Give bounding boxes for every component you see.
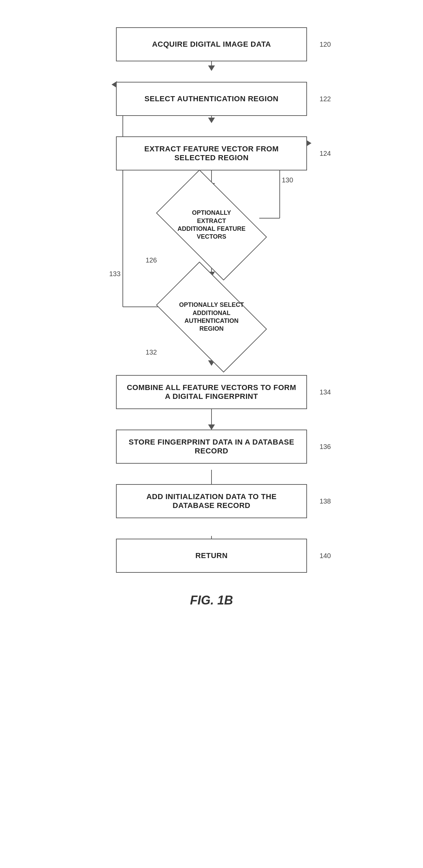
step-122-row: SELECT AUTHENTICATION REGION 122 xyxy=(116,82,307,116)
diamond-126-row: OPTIONALLY EXTRACT ADDITIONAL FEATURE VE… xyxy=(154,191,269,259)
step-122-label: SELECT AUTHENTICATION REGION xyxy=(145,94,279,103)
step-124-number: 124 xyxy=(320,150,331,158)
diamond-132-row: OPTIONALLY SELECT ADDITIONAL AUTHENTICAT… xyxy=(154,283,269,351)
svg-text:130: 130 xyxy=(282,176,293,184)
step-140-row: RETURN 140 xyxy=(116,539,307,573)
diamond-132-wrapper: OPTIONALLY SELECT ADDITIONAL AUTHENTICAT… xyxy=(154,283,269,351)
svg-marker-3 xyxy=(208,118,215,123)
step-126-number: 126 xyxy=(146,256,157,264)
step-132-number: 132 xyxy=(146,348,157,356)
step-122-number: 122 xyxy=(320,95,331,103)
svg-marker-1 xyxy=(208,65,215,71)
diamond-132-label: OPTIONALLY SELECT ADDITIONAL AUTHENTICAT… xyxy=(177,301,246,333)
figure-label: FIG. 1B xyxy=(190,593,233,608)
step-122-box: SELECT AUTHENTICATION REGION xyxy=(116,82,307,116)
diagram-container: 130 133 ACQUIRE DIGITAL IMAGE DATA 120 S… xyxy=(0,0,423,868)
step-140-number: 140 xyxy=(320,552,331,560)
step-120-label: ACQUIRE DIGITAL IMAGE DATA xyxy=(152,40,271,49)
step-136-label: STORE FINGERPRINT DATA IN A DATABASE REC… xyxy=(125,438,298,455)
step-136-number: 136 xyxy=(320,443,331,451)
diamond-126-wrapper: OPTIONALLY EXTRACT ADDITIONAL FEATURE VE… xyxy=(154,191,269,259)
step-120-row: ACQUIRE DIGITAL IMAGE DATA 120 xyxy=(116,27,307,61)
step-124-label: EXTRACT FEATURE VECTOR FROM SELECTED REG… xyxy=(125,145,298,162)
step-120-box: ACQUIRE DIGITAL IMAGE DATA xyxy=(116,27,307,61)
step-140-label: RETURN xyxy=(195,551,228,560)
step-134-number: 134 xyxy=(320,388,331,396)
step-120-number: 120 xyxy=(320,41,331,48)
step-140-box: RETURN xyxy=(116,539,307,573)
step-134-label: COMBINE ALL FEATURE VECTORS TO FORM A DI… xyxy=(125,383,298,401)
step-136-box: STORE FINGERPRINT DATA IN A DATABASE REC… xyxy=(116,430,307,464)
step-138-box: ADD INITIALIZATION DATA TO THE DATABASE … xyxy=(116,484,307,518)
step-124-row: EXTRACT FEATURE VECTOR FROM SELECTED REG… xyxy=(116,136,307,170)
svg-marker-11 xyxy=(208,424,215,430)
step-138-label: ADD INITIALIZATION DATA TO THE DATABASE … xyxy=(125,492,298,510)
step-136-row: STORE FINGERPRINT DATA IN A DATABASE REC… xyxy=(116,430,307,464)
step-138-number: 138 xyxy=(320,497,331,505)
step-138-row: ADD INITIALIZATION DATA TO THE DATABASE … xyxy=(116,484,307,518)
step-134-row: COMBINE ALL FEATURE VECTORS TO FORM A DI… xyxy=(116,375,307,409)
step-124-box: EXTRACT FEATURE VECTOR FROM SELECTED REG… xyxy=(116,136,307,170)
svg-text:133: 133 xyxy=(109,270,120,278)
step-134-box: COMBINE ALL FEATURE VECTORS TO FORM A DI… xyxy=(116,375,307,409)
diamond-126-label: OPTIONALLY EXTRACT ADDITIONAL FEATURE VE… xyxy=(177,209,246,241)
